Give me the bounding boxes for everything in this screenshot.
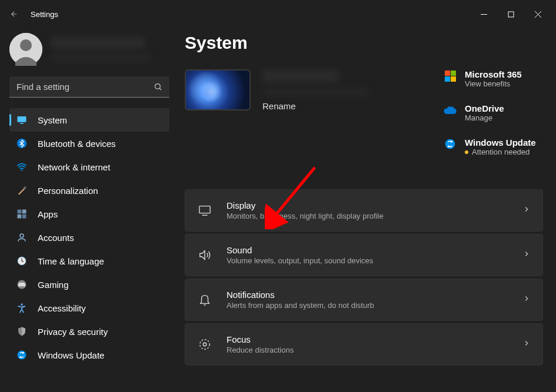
svg-rect-13 xyxy=(18,210,22,214)
pc-thumbnail xyxy=(185,69,251,110)
page-title: System xyxy=(185,33,556,53)
gamepad-icon xyxy=(15,278,28,291)
card-windows-update[interactable]: Windows UpdateAttention needed xyxy=(444,138,552,156)
rename-link[interactable]: Rename xyxy=(262,101,368,111)
nav-label: Accessibility xyxy=(38,303,86,313)
pc-name xyxy=(262,69,339,83)
nav-personalization[interactable]: Personalization xyxy=(9,179,169,202)
item-sub: Alerts from apps and system, do not dist… xyxy=(227,301,522,310)
onedrive-icon xyxy=(444,103,457,116)
svg-point-17 xyxy=(20,234,24,237)
search-input[interactable] xyxy=(9,76,169,98)
nav-label: Windows Update xyxy=(38,350,104,360)
chevron-right-icon xyxy=(522,294,531,305)
user-email xyxy=(51,53,151,62)
card-sub: Manage xyxy=(465,113,504,122)
item-focus[interactable]: FocusReduce distractions xyxy=(185,323,543,366)
nav-label: Accounts xyxy=(38,233,74,243)
nav-network[interactable]: Network & internet xyxy=(9,155,169,179)
user-name xyxy=(51,36,145,49)
card-title: Windows Update xyxy=(465,138,536,148)
card-title: Microsoft 365 xyxy=(465,69,522,79)
svg-point-6 xyxy=(155,84,161,89)
card-sub: Attention needed xyxy=(465,148,536,156)
nav-label: System xyxy=(38,115,67,125)
sound-icon xyxy=(197,247,212,263)
item-display[interactable]: DisplayMonitors, brightness, night light… xyxy=(185,189,543,232)
item-sub: Monitors, brightness, night light, displ… xyxy=(227,212,522,220)
focus-icon xyxy=(197,337,212,352)
monitor-icon xyxy=(15,113,28,126)
main-content: System Rename Microsoft 365View benefits… xyxy=(177,28,556,392)
display-icon xyxy=(197,203,212,218)
svg-rect-14 xyxy=(22,210,26,214)
svg-point-5 xyxy=(20,39,32,51)
user-account-block[interactable] xyxy=(9,33,169,66)
nav-list: System Bluetooth & devices Network & int… xyxy=(9,108,169,367)
window-controls xyxy=(470,5,551,24)
update-icon xyxy=(444,138,457,150)
nav-label: Gaming xyxy=(38,280,69,290)
sidebar: System Bluetooth & devices Network & int… xyxy=(0,28,177,392)
app-title: Settings xyxy=(31,10,58,19)
bell-icon xyxy=(197,292,212,307)
chevron-right-icon xyxy=(522,339,531,350)
titlebar: Settings xyxy=(0,0,556,28)
item-title: Display xyxy=(227,200,522,210)
chevron-right-icon xyxy=(522,205,531,216)
nav-label: Personalization xyxy=(38,186,98,196)
svg-rect-26 xyxy=(199,206,210,213)
card-title: OneDrive xyxy=(465,103,504,113)
person-icon xyxy=(15,231,28,244)
apps-icon xyxy=(15,207,28,220)
card-sub: View benefits xyxy=(465,79,522,88)
svg-marker-28 xyxy=(200,251,205,260)
svg-line-7 xyxy=(159,88,161,90)
settings-list: DisplayMonitors, brightness, night light… xyxy=(185,189,556,366)
clock-icon xyxy=(15,254,28,267)
nav-update[interactable]: Windows Update xyxy=(9,343,169,367)
nav-gaming[interactable]: Gaming xyxy=(9,273,169,296)
wifi-icon xyxy=(15,160,28,173)
item-notifications[interactable]: NotificationsAlerts from apps and system… xyxy=(185,279,543,321)
svg-point-23 xyxy=(21,303,23,306)
nav-bluetooth[interactable]: Bluetooth & devices xyxy=(9,132,169,155)
search-box[interactable] xyxy=(9,76,169,98)
back-button[interactable] xyxy=(5,5,24,24)
svg-point-29 xyxy=(200,340,210,350)
nav-accessibility[interactable]: Accessibility xyxy=(9,296,169,320)
card-microsoft-365[interactable]: Microsoft 365View benefits xyxy=(444,69,552,88)
pc-model xyxy=(262,87,368,96)
card-onedrive[interactable]: OneDriveManage xyxy=(444,103,552,122)
search-icon xyxy=(154,82,162,93)
item-sub: Reduce distractions xyxy=(227,346,522,354)
item-sound[interactable]: SoundVolume levels, output, input, sound… xyxy=(185,234,543,276)
maximize-button[interactable] xyxy=(497,5,524,24)
close-button[interactable] xyxy=(524,5,551,24)
nav-label: Bluetooth & devices xyxy=(38,139,116,149)
attention-dot-icon xyxy=(465,150,468,154)
update-icon xyxy=(15,349,28,361)
pc-info-block: Rename xyxy=(185,69,444,172)
chevron-right-icon xyxy=(522,250,531,260)
bluetooth-icon xyxy=(15,137,28,150)
nav-system[interactable]: System xyxy=(9,108,169,132)
svg-rect-8 xyxy=(18,116,26,122)
nav-label: Network & internet xyxy=(38,162,110,172)
nav-label: Apps xyxy=(38,209,58,219)
brush-icon xyxy=(15,184,28,197)
avatar xyxy=(9,33,42,66)
nav-apps[interactable]: Apps xyxy=(9,202,169,226)
shield-icon xyxy=(15,325,28,338)
nav-privacy[interactable]: Privacy & security xyxy=(9,320,169,343)
minimize-button[interactable] xyxy=(470,5,497,24)
svg-rect-1 xyxy=(508,12,514,17)
accessibility-icon xyxy=(15,301,28,314)
item-title: Sound xyxy=(227,245,522,255)
nav-accounts[interactable]: Accounts xyxy=(9,226,169,249)
nav-time[interactable]: Time & language xyxy=(9,249,169,273)
svg-rect-9 xyxy=(20,123,24,124)
svg-rect-15 xyxy=(18,215,22,219)
svg-point-30 xyxy=(203,343,207,346)
nav-label: Time & language xyxy=(38,256,104,266)
